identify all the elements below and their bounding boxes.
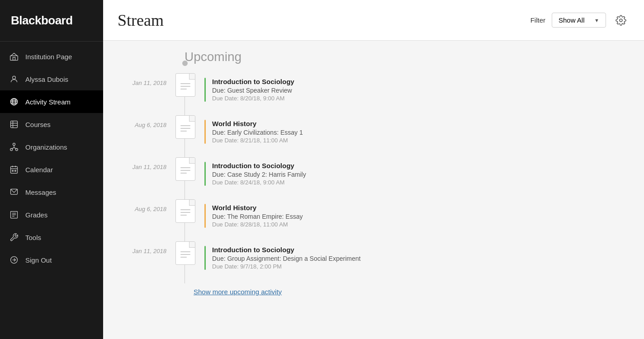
svg-point-2 xyxy=(13,76,16,79)
doc-icon-wrap xyxy=(175,241,195,265)
svg-rect-23 xyxy=(15,170,16,172)
item-due-label: Due: Guest Speaker Review xyxy=(212,87,294,94)
timeline-item-content: Introduction to Sociology Due: Case Stud… xyxy=(204,157,617,186)
doc-icon-wrap xyxy=(175,73,195,97)
messages-icon xyxy=(9,187,19,197)
sidebar-item-label: Courses xyxy=(25,121,51,128)
organizations-icon xyxy=(9,142,19,152)
institution-icon xyxy=(9,52,19,61)
item-due-date: Due Date: 8/28/18, 11:00 AM xyxy=(212,221,303,228)
item-date-label: Aug 6, 2018 xyxy=(130,115,175,128)
status-bar-green xyxy=(204,246,206,270)
item-course-name: Introduction to Sociology xyxy=(212,78,294,85)
timeline-item-content: Introduction to Sociology Due: Guest Spe… xyxy=(204,73,617,102)
svg-point-31 xyxy=(620,19,622,22)
item-course-name: World History xyxy=(212,120,303,127)
sidebar-item-activity-stream[interactable]: Activity Stream xyxy=(0,90,103,113)
sidebar-nav: Institution Page Alyssa Dubois Activity … xyxy=(0,42,103,339)
document-icon xyxy=(175,73,195,97)
item-date-label: Jan 11, 2018 xyxy=(130,241,175,254)
sidebar-item-courses[interactable]: Courses xyxy=(0,113,103,136)
settings-button[interactable] xyxy=(612,12,630,29)
timeline-top-dot xyxy=(182,61,188,66)
item-due-date: Due Date: 8/20/18, 9:00 AM xyxy=(212,95,294,102)
sidebar-item-label: Sign Out xyxy=(25,256,52,264)
show-more-link[interactable]: Show more upcoming activity xyxy=(194,288,282,296)
header-controls: Filter Show All ▼ xyxy=(530,12,630,29)
item-date-label: Jan 11, 2018 xyxy=(130,73,175,86)
tools-icon xyxy=(9,232,19,242)
timeline: Jan 11, 2018 Introduction to xyxy=(130,73,617,283)
sidebar-item-label: Institution Page xyxy=(25,53,72,61)
item-due-date: Due Date: 9/7/18, 2:00 PM xyxy=(212,263,360,270)
sidebar-item-tools[interactable]: Tools xyxy=(0,226,103,249)
item-date-label: Aug 6, 2018 xyxy=(130,199,175,212)
timeline-item: Jan 11, 2018 Introduction to xyxy=(130,73,617,102)
status-bar-green xyxy=(204,78,206,102)
status-bar-green xyxy=(204,162,206,186)
item-date-label: Jan 11, 2018 xyxy=(130,157,175,170)
svg-rect-1 xyxy=(13,57,15,61)
filter-dropdown-value: Show All xyxy=(559,16,585,24)
sidebar-item-label: Calendar xyxy=(25,166,53,174)
svg-rect-0 xyxy=(10,56,18,60)
timeline-item-content: Introduction to Sociology Due: Group Ass… xyxy=(204,241,617,270)
main-content: Stream Filter Show All ▼ Upcoming Jan 11… xyxy=(103,0,644,339)
sidebar-item-messages[interactable]: Messages xyxy=(0,181,103,203)
svg-rect-18 xyxy=(11,166,18,173)
sidebar-item-label: Alyssa Dubois xyxy=(25,75,68,83)
item-due-date: Due Date: 8/24/18, 9:00 AM xyxy=(212,179,306,186)
item-due-label: Due: Group Assignment: Design a Social E… xyxy=(212,255,360,262)
user-icon xyxy=(9,74,19,84)
item-course-name: World History xyxy=(212,204,303,212)
document-icon xyxy=(175,115,195,139)
document-icon xyxy=(175,241,195,265)
chevron-down-icon: ▼ xyxy=(594,18,599,23)
doc-icon-wrap xyxy=(175,157,195,181)
svg-rect-22 xyxy=(12,170,13,172)
item-due-date: Due Date: 8/21/18, 11:00 AM xyxy=(212,137,303,144)
filter-label: Filter xyxy=(530,16,545,24)
doc-icon-wrap xyxy=(175,115,195,139)
sidebar-item-label: Tools xyxy=(25,234,41,241)
stream-content: Upcoming Jan 11, 2018 xyxy=(103,41,644,339)
status-bar-yellow xyxy=(204,120,206,144)
sidebar-item-calendar[interactable]: Calendar xyxy=(0,158,103,181)
sidebar-item-institution-page[interactable]: Institution Page xyxy=(0,45,103,68)
calendar-icon xyxy=(9,165,19,174)
page-title: Stream xyxy=(118,11,164,30)
sidebar-item-label: Messages xyxy=(25,188,56,196)
timeline-item: Aug 6, 2018 World History xyxy=(130,199,617,228)
grades-icon xyxy=(9,210,19,220)
sidebar-item-grades[interactable]: Grades xyxy=(0,203,103,226)
courses-icon xyxy=(9,119,19,129)
sidebar-item-alyssa-dubois[interactable]: Alyssa Dubois xyxy=(0,68,103,90)
timeline-item-content: World History Due: Early Civilizations: … xyxy=(204,115,617,144)
sidebar-item-organizations[interactable]: Organizations xyxy=(0,136,103,158)
globe-icon xyxy=(9,97,19,107)
upcoming-title: Upcoming xyxy=(185,50,617,64)
document-icon xyxy=(175,199,195,223)
item-course-name: Introduction to Sociology xyxy=(212,162,306,170)
svg-rect-8 xyxy=(11,121,18,128)
timeline-item-content: World History Due: The Roman Empire: Ess… xyxy=(204,199,617,228)
timeline-item: Jan 11, 2018 Introduction to xyxy=(130,241,617,270)
item-due-label: Due: Case Study 2: Harris Family xyxy=(212,171,306,178)
sidebar-item-label: Activity Stream xyxy=(25,98,71,106)
sidebar-item-label: Organizations xyxy=(25,143,67,151)
sidebar-item-sign-out[interactable]: Sign Out xyxy=(0,249,103,271)
svg-point-12 xyxy=(13,143,15,146)
sidebar-item-label: Grades xyxy=(25,211,47,219)
doc-icon-wrap xyxy=(175,199,195,223)
header: Stream Filter Show All ▼ xyxy=(103,0,644,41)
timeline-item: Aug 6, 2018 World History xyxy=(130,115,617,144)
filter-dropdown[interactable]: Show All ▼ xyxy=(552,13,606,28)
timeline-item: Jan 11, 2018 Introduction to xyxy=(130,157,617,186)
status-bar-yellow xyxy=(204,204,206,228)
signout-icon xyxy=(9,255,19,265)
sidebar: Blackboard Institution Page Alyssa Duboi… xyxy=(0,0,103,339)
document-icon xyxy=(175,157,195,181)
item-due-label: Due: Early Civilizations: Essay 1 xyxy=(212,129,303,136)
item-due-label: Due: The Roman Empire: Essay xyxy=(212,213,303,220)
app-logo: Blackboard xyxy=(0,0,103,42)
